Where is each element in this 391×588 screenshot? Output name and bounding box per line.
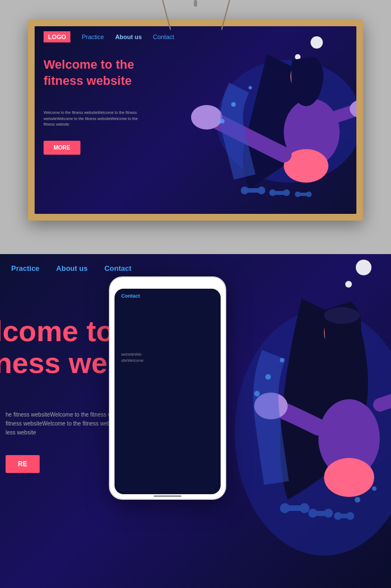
- svg-point-12: [295, 192, 301, 197]
- fighter-illustration: [155, 32, 356, 211]
- wooden-frame: LOGO Practice About us Contact Welcome t…: [28, 20, 363, 221]
- svg-point-22: [324, 458, 374, 497]
- svg-point-33: [346, 512, 354, 520]
- svg-point-13: [306, 192, 312, 197]
- svg-point-6: [241, 187, 249, 194]
- svg-point-7: [258, 187, 265, 194]
- svg-point-26: [280, 503, 290, 513]
- desktop-website: LOGO Practice About us Contact Welcome t…: [35, 26, 356, 214]
- more-button[interactable]: MORE: [44, 141, 80, 155]
- svg-point-30: [324, 509, 333, 518]
- nav-links: Practice About us Contact: [82, 34, 174, 40]
- svg-point-36: [254, 391, 260, 396]
- mobile-nav-about[interactable]: About us: [56, 264, 88, 273]
- phone-nav-label: Contact: [115, 289, 221, 303]
- svg-point-35: [280, 358, 284, 362]
- frame-inner: LOGO Practice About us Contact Welcome t…: [35, 26, 356, 214]
- mobile-nav: Practice About us Contact: [11, 264, 131, 273]
- hero-title: Welcome to thefitness website: [44, 57, 134, 89]
- svg-point-29: [308, 509, 317, 518]
- phone-home-indicator: [154, 495, 182, 497]
- bottom-section: Practice About us Contact lcome to thene…: [0, 254, 391, 588]
- nav-contact[interactable]: Contact: [153, 34, 174, 40]
- phone-screen: Contact websiteWel-siteWelcome: [115, 289, 221, 494]
- mobile-nav-contact[interactable]: Contact: [104, 264, 131, 273]
- svg-point-17: [220, 119, 225, 123]
- phone-content: websiteWel-siteWelcome: [115, 348, 221, 367]
- svg-point-37: [355, 497, 360, 503]
- svg-point-21: [324, 307, 360, 324]
- svg-point-15: [231, 102, 236, 107]
- bottom-more-button[interactable]: RE: [6, 455, 40, 473]
- svg-point-27: [299, 503, 309, 513]
- nail: [194, 0, 197, 7]
- svg-point-10: [283, 189, 290, 196]
- svg-point-32: [334, 512, 342, 520]
- svg-point-34: [265, 374, 271, 380]
- mobile-nav-practice[interactable]: Practice: [11, 264, 40, 273]
- nav-about[interactable]: About us: [115, 34, 142, 40]
- desktop-navbar: LOGO Practice About us Contact: [35, 26, 356, 47]
- svg-point-9: [269, 189, 276, 196]
- logo: LOGO: [44, 31, 70, 42]
- svg-point-16: [249, 86, 252, 89]
- nav-practice[interactable]: Practice: [82, 34, 104, 40]
- bottom-subtitle: he fitness websiteWelcome to the fitness…: [6, 410, 119, 437]
- hero-subtitle: Welcome to the fitness websiteWelcome to…: [44, 110, 150, 128]
- phone-mockup: Contact websiteWel-siteWelcome: [109, 276, 226, 500]
- svg-point-38: [372, 486, 376, 491]
- svg-point-4: [191, 105, 222, 130]
